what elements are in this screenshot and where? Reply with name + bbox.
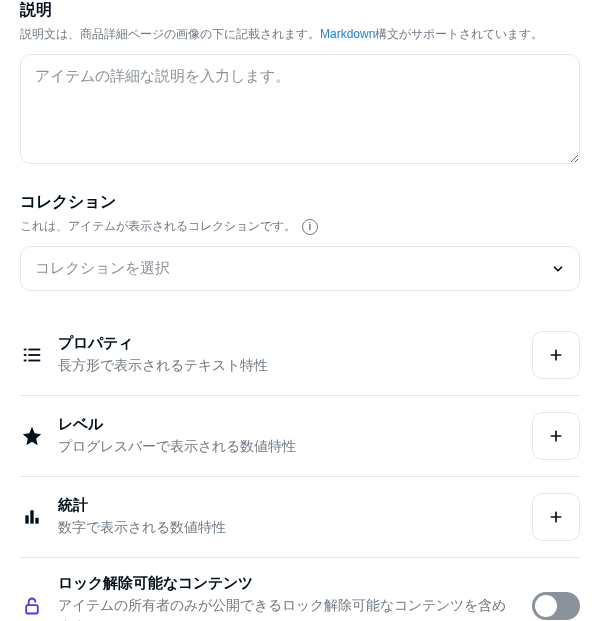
stats-row: 統計 数字で表示される数値特性 [20, 477, 580, 558]
plus-icon [548, 347, 564, 363]
levels-title: レベル [58, 415, 518, 434]
unlockable-toggle[interactable] [532, 592, 580, 620]
properties-title: プロパティ [58, 334, 518, 353]
collection-label: コレクション [20, 192, 580, 213]
chevron-down-icon [551, 262, 565, 276]
markdown-link[interactable]: Markdown [320, 25, 375, 44]
toggle-knob [535, 595, 557, 617]
lock-open-icon [20, 594, 44, 618]
properties-row: プロパティ 長方形で表示されるテキスト特性 [20, 315, 580, 396]
bars-icon [20, 505, 44, 529]
svg-rect-15 [26, 605, 38, 613]
description-hint: 説明文は、商品詳細ページの画像の下に記載されます。 Markdown 構文がサポ… [20, 25, 580, 44]
info-icon[interactable]: i [302, 219, 318, 235]
plus-icon [548, 509, 564, 525]
stats-desc: 数字で表示される数値特性 [58, 517, 518, 538]
star-icon [20, 424, 44, 448]
list-icon [20, 343, 44, 367]
svg-rect-10 [25, 516, 28, 524]
description-input[interactable] [20, 54, 580, 164]
svg-rect-2 [24, 354, 27, 356]
add-properties-button[interactable] [532, 331, 580, 379]
properties-desc: 長方形で表示されるテキスト特性 [58, 355, 518, 376]
unlockable-title: ロック解除可能なコンテンツ [58, 574, 518, 593]
unlockable-row: ロック解除可能なコンテンツ アイテムの所有者のみが公開できるロック解除可能なコン… [20, 558, 580, 621]
description-section: 説明 説明文は、商品詳細ページの画像の下に記載されます。 Markdown 構文… [20, 0, 580, 168]
collection-hint: これは、アイテムが表示されるコレクションです。 i [20, 217, 580, 236]
properties-text: プロパティ 長方形で表示されるテキスト特性 [58, 334, 518, 376]
unlockable-desc: アイテムの所有者のみが公開できるロック解除可能なコンテンツを含めます。 [58, 595, 518, 621]
svg-rect-0 [24, 349, 27, 351]
add-levels-button[interactable] [532, 412, 580, 460]
add-stats-button[interactable] [532, 493, 580, 541]
stats-title: 統計 [58, 496, 518, 515]
svg-rect-4 [24, 360, 27, 362]
description-label: 説明 [20, 0, 580, 21]
plus-icon [548, 428, 564, 444]
collection-select[interactable]: コレクションを選択 [20, 246, 580, 291]
levels-text: レベル プログレスバーで表示される数値特性 [58, 415, 518, 457]
description-hint-after: 構文がサポートされています。 [375, 25, 543, 44]
collection-hint-text: これは、アイテムが表示されるコレクションです。 [20, 217, 296, 236]
stats-text: 統計 数字で表示される数値特性 [58, 496, 518, 538]
description-hint-before: 説明文は、商品詳細ページの画像の下に記載されます。 [20, 25, 320, 44]
svg-rect-5 [28, 360, 40, 362]
levels-desc: プログレスバーで表示される数値特性 [58, 436, 518, 457]
svg-rect-11 [30, 511, 33, 524]
svg-rect-1 [28, 349, 40, 351]
traits-block: プロパティ 長方形で表示されるテキスト特性 レベル プログレスバーで表示される数… [20, 315, 580, 621]
collection-section: コレクション これは、アイテムが表示されるコレクションです。 i コレクションを… [20, 192, 580, 291]
svg-rect-3 [28, 354, 40, 356]
collection-placeholder: コレクションを選択 [35, 259, 170, 278]
svg-rect-12 [35, 518, 38, 524]
levels-row: レベル プログレスバーで表示される数値特性 [20, 396, 580, 477]
unlockable-text: ロック解除可能なコンテンツ アイテムの所有者のみが公開できるロック解除可能なコン… [58, 574, 518, 621]
